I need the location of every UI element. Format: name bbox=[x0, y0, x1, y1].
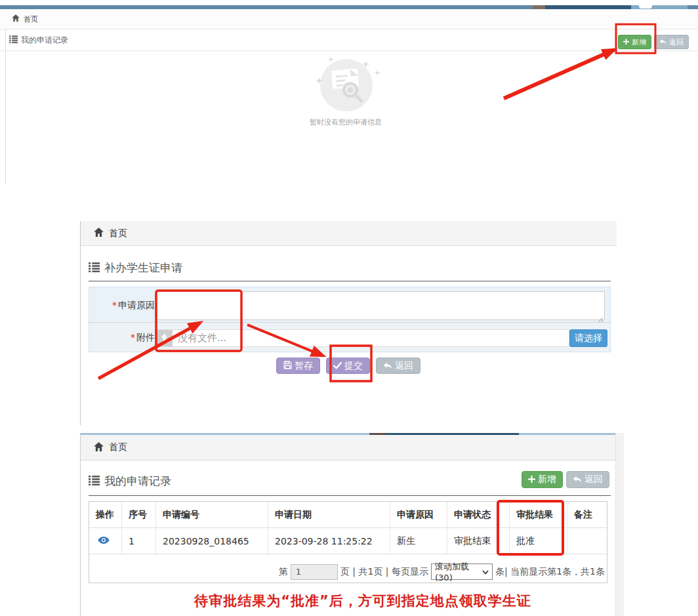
submit-button[interactable]: 提交 bbox=[326, 358, 370, 374]
add-button[interactable]: 新增 bbox=[618, 35, 651, 49]
file-placeholder: 没有文件... bbox=[173, 332, 226, 344]
breadcrumb: 首页 bbox=[81, 435, 615, 461]
cell-app-no: 20230928_018465 bbox=[156, 528, 268, 554]
add-button-label: 新增 bbox=[632, 37, 646, 47]
home-icon bbox=[12, 14, 20, 24]
pagination-bar: 第 页 | 共1页 | 每页显示 滚动加载(30) 条| 当前显示第1条，共1条 bbox=[89, 564, 607, 583]
sparkle-icon: + bbox=[375, 69, 380, 76]
sparkle-icon: + bbox=[328, 56, 333, 63]
save-draft-button[interactable]: 暂存 bbox=[276, 358, 320, 374]
title-divider bbox=[89, 281, 611, 281]
cell-reason: 新生 bbox=[390, 528, 447, 554]
browser-top-strip bbox=[81, 433, 615, 435]
reply-icon bbox=[383, 361, 392, 371]
section-header: 补办学生证申请 bbox=[89, 260, 182, 276]
list-icon bbox=[89, 262, 100, 275]
col-header: 备注 bbox=[567, 502, 607, 527]
panel-records-table: 首页 我的申请记录 新增 bbox=[80, 433, 615, 616]
breadcrumb-home-link[interactable]: 首页 bbox=[24, 14, 38, 24]
cell-date: 2023-09-28 11:25:22 bbox=[268, 528, 390, 554]
cell-remark bbox=[567, 528, 607, 554]
file-input[interactable]: 没有文件... bbox=[155, 329, 569, 347]
return-button[interactable]: 返回 bbox=[376, 358, 421, 374]
add-button-label: 新增 bbox=[538, 474, 556, 485]
add-button[interactable]: 新增 bbox=[522, 471, 563, 488]
empty-state-message: 暂时没有您的申请信息 bbox=[280, 117, 411, 127]
page-title: 我的申请记录 bbox=[21, 35, 68, 46]
application-form: *申请原因 *附件 没有文件... 请选择 bbox=[89, 287, 611, 352]
panel-apply-form: 首页 补办学生证申请 *申请原因 bbox=[80, 221, 617, 425]
attachment-label-text: 附件 bbox=[136, 332, 155, 342]
table-header-row: 操作 序号 申请编号 申请日期 申请原因 申请状态 审批结果 备注 bbox=[89, 502, 607, 528]
breadcrumb: 首页 bbox=[81, 221, 617, 246]
page-title: 补办学生证申请 bbox=[104, 260, 182, 276]
table-row: 1 20230928_018465 2023-09-28 11:25:22 新生… bbox=[89, 528, 607, 554]
back-button[interactable]: 返回 bbox=[654, 35, 689, 49]
tutorial-page: 首页 我的申请记录 新增 bbox=[0, 0, 698, 616]
cell-result: 批准 bbox=[510, 528, 567, 554]
home-icon bbox=[94, 442, 104, 453]
panel-my-records-empty: 首页 我的申请记录 新增 bbox=[0, 5, 698, 187]
page-size-value: 滚动加载(30) bbox=[435, 561, 482, 583]
reason-label-text: 申请原因 bbox=[118, 300, 155, 310]
breadcrumb: 首页 bbox=[0, 9, 698, 30]
view-record-eye-icon[interactable] bbox=[98, 536, 110, 546]
list-icon bbox=[89, 475, 100, 488]
return-label: 返回 bbox=[395, 360, 413, 372]
title-divider bbox=[89, 495, 611, 496]
floppy-icon bbox=[283, 361, 292, 371]
required-mark: * bbox=[131, 332, 135, 342]
attachment-label: *附件 bbox=[89, 332, 155, 344]
sparkle-icon: + bbox=[316, 75, 323, 85]
back-button-label: 返回 bbox=[585, 474, 603, 485]
reply-icon bbox=[659, 38, 667, 47]
col-header: 申请状态 bbox=[447, 502, 510, 527]
page-number-input[interactable] bbox=[291, 564, 338, 580]
section-header: 我的申请记录 bbox=[89, 474, 171, 489]
col-header: 操作 bbox=[89, 502, 122, 527]
list-icon bbox=[9, 35, 18, 45]
col-header: 审批结果 bbox=[510, 502, 567, 527]
back-button-label: 返回 bbox=[669, 37, 684, 47]
reason-textarea[interactable] bbox=[155, 291, 605, 320]
upload-icon bbox=[160, 332, 169, 344]
cell-seq: 1 bbox=[122, 528, 156, 554]
form-row-attachment: *附件 没有文件... 请选择 bbox=[89, 322, 610, 352]
pagination-label-tail: 条| 当前显示第1条，共1条 bbox=[495, 566, 605, 578]
cell-status: 审批结束 bbox=[447, 528, 510, 554]
plus-icon bbox=[528, 474, 535, 485]
check-icon bbox=[333, 361, 342, 371]
annotation-note: 待审批结果为“批准”后，方可到指定地点领取学生证 bbox=[113, 592, 612, 610]
required-mark: * bbox=[112, 300, 117, 310]
back-button[interactable]: 返回 bbox=[566, 471, 609, 488]
col-header: 申请编号 bbox=[156, 502, 268, 527]
breadcrumb-home-link[interactable]: 首页 bbox=[109, 441, 127, 453]
choose-file-label: 请选择 bbox=[575, 333, 602, 344]
browser-tab-notch bbox=[639, 5, 652, 9]
pagination-label-mid: 页 | 共1页 | 每页显示 bbox=[340, 566, 428, 578]
choose-file-button[interactable]: 请选择 bbox=[569, 329, 607, 347]
pagination-label-page: 第 bbox=[279, 566, 288, 578]
sparkle-icon: + bbox=[362, 59, 369, 69]
col-header: 申请原因 bbox=[390, 502, 447, 527]
page-title: 我的申请记录 bbox=[104, 474, 171, 489]
page-size-select[interactable]: 滚动加载(30) bbox=[431, 564, 493, 580]
col-header: 序号 bbox=[122, 502, 156, 527]
panel-left-border bbox=[5, 30, 6, 184]
submit-label: 提交 bbox=[344, 360, 363, 372]
col-header: 申请日期 bbox=[268, 502, 390, 527]
section-header: 我的申请记录 bbox=[0, 30, 698, 51]
reason-label: *申请原因 bbox=[89, 300, 155, 312]
records-table: 操作 序号 申请编号 申请日期 申请原因 申请状态 审批结果 备注 1 2023… bbox=[89, 501, 607, 583]
upload-button[interactable] bbox=[155, 330, 173, 346]
reply-icon bbox=[573, 474, 582, 485]
scrollbar-track[interactable] bbox=[615, 433, 624, 616]
form-row-reason: *申请原因 bbox=[89, 287, 610, 322]
breadcrumb-home-link[interactable]: 首页 bbox=[109, 228, 127, 239]
plus-icon bbox=[623, 38, 629, 47]
chevron-down-icon bbox=[482, 567, 489, 577]
home-icon bbox=[94, 228, 104, 239]
save-draft-label: 暂存 bbox=[295, 360, 313, 372]
